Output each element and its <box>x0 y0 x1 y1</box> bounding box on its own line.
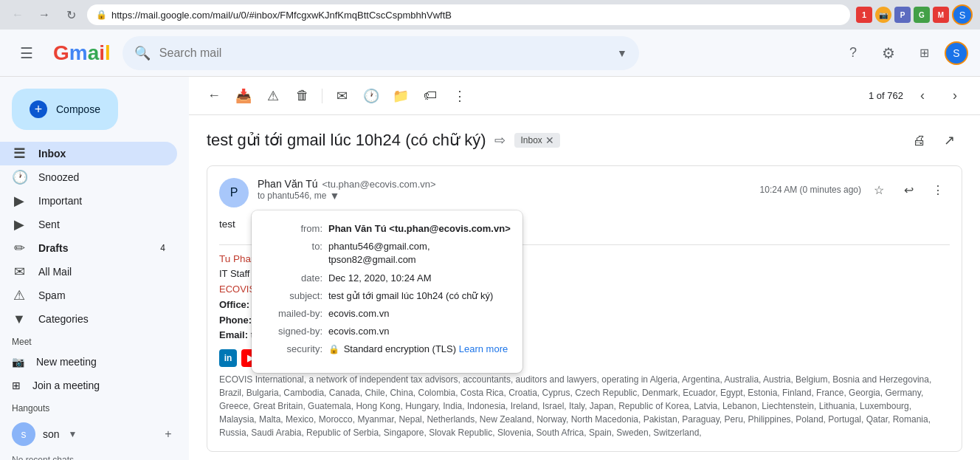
email-subject-row: test gửi tới gmail lúc 10h24 (có chữ ký)… <box>207 127 962 154</box>
apps-btn[interactable]: ⊞ <box>909 38 939 68</box>
drafts-count: 4 <box>160 243 165 253</box>
more-btn[interactable]: ⋮ <box>926 178 950 202</box>
email-subject-actions: 🖨 ↗ <box>906 127 962 154</box>
sidebar-item-all-mail[interactable]: ✉ All Mail <box>0 260 177 284</box>
compose-label: Compose <box>56 103 100 115</box>
categories-label: Categories <box>38 313 165 325</box>
details-popup: from: Phan Văn Tú <tu.phan@ecovis.com.vn… <box>252 210 522 373</box>
hangout-user-name: son <box>43 428 60 440</box>
ext-3[interactable]: P <box>894 7 911 23</box>
hangout-user[interactable]: s son ▼ + <box>12 419 177 449</box>
sidebar-item-categories[interactable]: ▼ Categories <box>0 307 177 331</box>
delete-btn[interactable]: 🗑 <box>289 83 316 109</box>
from-label: from: <box>263 222 322 236</box>
important-icon: ▶ <box>12 193 27 209</box>
inbox-icon: ☰ <box>12 145 27 162</box>
compose-button[interactable]: + Compose <box>12 89 118 130</box>
move-to-btn[interactable]: 📁 <box>387 83 414 109</box>
sidebar-item-spam[interactable]: ⚠ Spam <box>0 284 177 307</box>
sent-label: Sent <box>38 219 165 230</box>
sidebar-item-inbox[interactable]: ☰ Inbox <box>0 142 177 165</box>
search-bar[interactable]: 🔍 ▼ <box>122 36 639 70</box>
ext-2[interactable]: 📷 <box>875 7 891 23</box>
hangouts-section-label: Hangouts <box>0 397 189 416</box>
details-signed-by-row: signed-by: ecovis.com.vn <box>263 325 511 338</box>
to-me-text[interactable]: to phantu546, me ▼ <box>258 190 751 202</box>
search-dropdown-icon[interactable]: ▼ <box>617 47 627 59</box>
help-btn[interactable]: ? <box>838 38 868 68</box>
spam-btn[interactable]: ⚠ <box>260 83 286 109</box>
linkedin-icon[interactable]: in <box>219 349 237 367</box>
meet-section-label: Meet <box>0 331 189 350</box>
email-toolbar: ← 📥 ⚠ 🗑 ✉ 🕐 📁 🏷 ⋮ 1 of 762 ‹ › <box>189 77 980 115</box>
search-input[interactable] <box>159 47 608 60</box>
label-btn[interactable]: 🏷 <box>417 83 444 109</box>
join-meeting-label: Join a meeting <box>32 380 100 391</box>
mark-unread-btn[interactable]: ✉ <box>328 83 355 109</box>
gmail-header: ☰ Gmail 🔍 ▼ ? ⚙ ⊞ S <box>0 30 980 77</box>
categories-icon: ▼ <box>12 312 27 327</box>
print-btn[interactable]: 🖨 <box>906 127 933 154</box>
reply-btn[interactable]: ↩ <box>897 178 920 202</box>
forward-icon[interactable]: ⇨ <box>494 132 505 148</box>
details-subject-row: subject: test gửi tới gmail lúc 10h24 (c… <box>263 289 511 303</box>
inbox-tag-remove-btn[interactable]: ✕ <box>545 134 554 146</box>
hangouts-section: s son ▼ + <box>0 416 189 452</box>
gmail-body: + Compose ☰ Inbox 🕐 Snoozed ▶ Important … <box>0 77 980 460</box>
learn-more-link[interactable]: Learn more <box>459 343 508 354</box>
details-date-row: date: Dec 12, 2020, 10:24 AM <box>263 272 511 285</box>
browser-extensions: 1 📷 P G M S <box>856 4 973 25</box>
user-avatar[interactable]: S <box>945 41 968 65</box>
browser-back-btn[interactable]: ← <box>7 4 28 25</box>
sidebar-item-snoozed[interactable]: 🕐 Snoozed <box>0 165 177 189</box>
settings-btn[interactable]: ⚙ <box>874 38 903 68</box>
all-mail-icon: ✉ <box>12 264 27 280</box>
more-actions-btn[interactable]: ⋮ <box>446 83 473 109</box>
next-page-btn[interactable]: › <box>942 83 968 109</box>
compose-plus-icon: + <box>30 100 47 118</box>
toolbar-divider-1 <box>322 89 322 103</box>
browser-refresh-btn[interactable]: ↻ <box>61 4 81 25</box>
ext-gmail[interactable]: M <box>933 7 949 23</box>
email-time-row: 10:24 AM (0 minutes ago) ☆ ↩ ⋮ <box>760 178 950 202</box>
open-new-window-btn[interactable]: ↗ <box>936 127 962 154</box>
sidebar-item-new-meeting[interactable]: 📷 New meeting <box>0 350 177 374</box>
sidebar-item-important[interactable]: ▶ Important <box>0 189 177 213</box>
browser-chrome: ← → ↻ 🔒 https://mail.google.com/mail/u/0… <box>0 0 980 30</box>
new-meeting-label: New meeting <box>36 356 97 368</box>
inbox-label: Inbox <box>38 148 165 159</box>
ext-4[interactable]: G <box>914 7 930 23</box>
details-from-row: from: Phan Văn Tú <tu.phan@ecovis.com.vn… <box>263 222 511 236</box>
gmail-logo: Gmail <box>53 41 111 65</box>
snoozed-label: Snoozed <box>38 171 165 183</box>
prev-page-btn[interactable]: ‹ <box>909 83 936 109</box>
sender-avatar: P <box>219 178 249 207</box>
expand-recipients-icon: ▼ <box>329 190 339 202</box>
new-meeting-icon: 📷 <box>12 356 24 368</box>
browser-forward-btn[interactable]: → <box>34 4 55 25</box>
security-value: 🔒 Standard encryption (TLS) Learn more <box>328 343 508 356</box>
no-chats-text: No recent chats <box>0 452 189 460</box>
security-lock-icon: 🔒 <box>96 10 107 20</box>
email-timestamp: 10:24 AM (0 minutes ago) <box>760 185 861 195</box>
hamburger-menu-btn[interactable]: ☰ <box>12 38 41 68</box>
spam-icon: ⚠ <box>12 287 27 303</box>
add-hangout-btn[interactable]: + <box>159 425 177 443</box>
ext-1[interactable]: 1 <box>856 7 872 23</box>
security-label: security: <box>263 343 322 356</box>
back-to-inbox-btn[interactable]: ← <box>201 83 227 109</box>
archive-btn[interactable]: 📥 <box>230 83 257 109</box>
hangout-avatar: s <box>12 422 35 446</box>
sidebar-item-sent[interactable]: ▶ Sent <box>0 213 177 236</box>
star-btn[interactable]: ☆ <box>867 178 891 202</box>
address-bar[interactable]: 🔒 https://mail.google.com/mail/u/0/#inbo… <box>87 4 850 25</box>
sent-icon: ▶ <box>12 216 27 233</box>
gmail-app: ☰ Gmail 🔍 ▼ ? ⚙ ⊞ S + Compose ☰ <box>0 30 980 460</box>
sidebar-item-join-meeting[interactable]: ⊞ Join a meeting <box>0 374 177 397</box>
email-subject: test gửi tới gmail lúc 10h24 (có chữ ký) <box>207 131 486 150</box>
drafts-label: Drafts <box>38 242 148 254</box>
snooze-btn[interactable]: 🕐 <box>358 83 384 109</box>
company-description: ECOVIS International, a network of indep… <box>219 373 950 439</box>
sidebar-item-drafts[interactable]: ✏ Drafts 4 <box>0 236 177 260</box>
profile-avatar[interactable]: S <box>952 4 973 25</box>
